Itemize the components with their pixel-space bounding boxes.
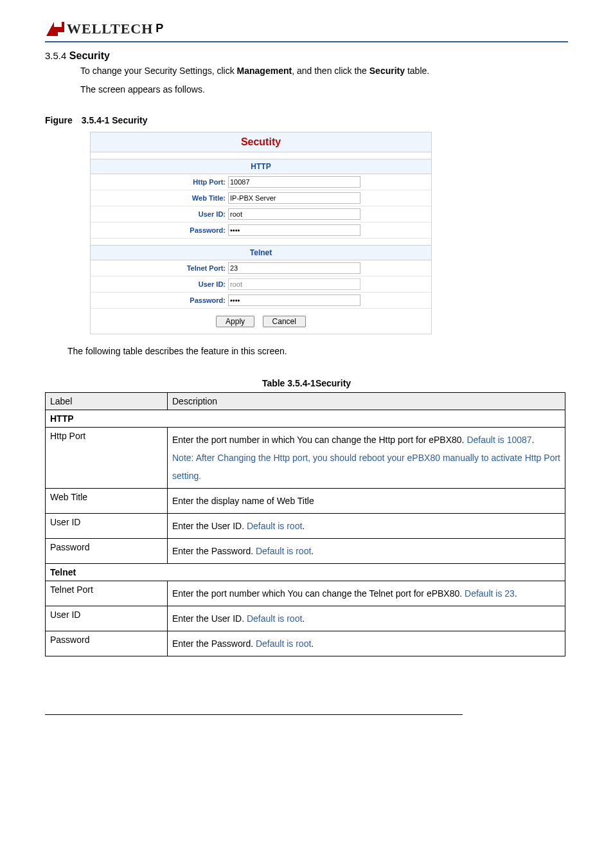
section-heading: 3.5.4 Security bbox=[45, 50, 568, 62]
http-port-row: Http Port: bbox=[91, 174, 431, 190]
tpwd-desc: Enter the Password. Default is root. bbox=[168, 631, 565, 656]
intro-text: table. bbox=[405, 66, 429, 76]
web-title-label: Web Title: bbox=[91, 194, 228, 202]
http-userid-input[interactable] bbox=[228, 208, 360, 220]
telnet-port-label: Telnet Port: bbox=[91, 264, 228, 272]
th-label: Label bbox=[46, 392, 168, 410]
userid-desc: Enter the User ID. Default is root. bbox=[168, 513, 565, 538]
text: Enter the port number which You can chan… bbox=[172, 588, 465, 599]
table-caption: Table 3.5.4-1Security bbox=[45, 378, 568, 388]
password-desc: Enter the Password. Default is root. bbox=[168, 538, 565, 563]
table-row: Telnet Port Enter the port number which … bbox=[46, 581, 565, 606]
table-row: User ID Enter the User ID. Default is ro… bbox=[46, 513, 565, 538]
text: . bbox=[311, 638, 314, 649]
text: . bbox=[302, 613, 305, 624]
http-port-input[interactable] bbox=[228, 176, 360, 188]
feature-table: Label Description HTTP Http Port Enter t… bbox=[45, 392, 565, 656]
default-text: Default is 23 bbox=[465, 588, 515, 599]
logo-row: WELLTECH P bbox=[45, 19, 568, 42]
httpport-label: Http Port bbox=[46, 427, 168, 488]
telnetport-label: Telnet Port bbox=[46, 581, 168, 606]
table-row: HTTP bbox=[46, 410, 565, 427]
table-header-row: Label Description bbox=[46, 392, 565, 410]
figure-caption: Figure3.5.4-1 Security bbox=[45, 115, 568, 125]
table-row: Http Port Enter the port number in which… bbox=[46, 427, 565, 488]
table-row: User ID Enter the User ID. Default is ro… bbox=[46, 606, 565, 631]
table-row: Web Title Enter the display name of Web … bbox=[46, 488, 565, 513]
text: . bbox=[311, 546, 314, 556]
text: . bbox=[302, 521, 305, 531]
intro-text: , and then click the bbox=[292, 66, 369, 76]
telnet-section-cell: Telnet bbox=[46, 563, 565, 581]
section-number: 3.5.4 bbox=[45, 50, 66, 61]
table-row: Password Enter the Password. Default is … bbox=[46, 631, 565, 656]
text: Enter the User ID. bbox=[172, 613, 247, 624]
default-text: Default is 10087 bbox=[466, 435, 531, 445]
telnetport-desc: Enter the port number which You can chan… bbox=[168, 581, 565, 606]
note-text: Note: After Changing the Http port, you … bbox=[172, 453, 560, 481]
intro-bold-2: Security bbox=[369, 66, 405, 76]
webtitle-desc: Enter the display name of Web Title bbox=[168, 488, 565, 513]
webtitle-label: Web Title bbox=[46, 488, 168, 513]
userid-label: User ID bbox=[46, 513, 168, 538]
http-section-header: HTTP bbox=[91, 159, 431, 174]
telnet-port-input[interactable] bbox=[228, 262, 360, 274]
figure-num-title: 3.5.4-1 Security bbox=[82, 115, 148, 125]
http-userid-label: User ID: bbox=[91, 210, 228, 218]
http-section-cell: HTTP bbox=[46, 410, 565, 427]
default-text: Default is root bbox=[247, 521, 302, 531]
cancel-button[interactable]: Cancel bbox=[263, 316, 306, 327]
section-title: Security bbox=[69, 50, 110, 61]
brand-text: WELLTECH bbox=[67, 21, 153, 37]
httpport-desc: Enter the port number in which You can c… bbox=[168, 427, 565, 488]
table-row: Password Enter the Password. Default is … bbox=[46, 538, 565, 563]
panel-title: Secutity bbox=[91, 132, 431, 152]
intro-text: To change your Security Settings, click bbox=[80, 66, 237, 76]
button-row: Apply Cancel bbox=[91, 309, 431, 334]
telnet-section-header: Telnet bbox=[91, 245, 431, 260]
telnet-password-row: Password: bbox=[91, 293, 431, 309]
text: Enter the port number in which You can c… bbox=[172, 435, 466, 445]
http-password-row: Password: bbox=[91, 222, 431, 239]
default-text: Default is root bbox=[256, 638, 311, 649]
telnet-password-label: Password: bbox=[91, 296, 228, 304]
footer-rule bbox=[45, 714, 463, 715]
table-intro: The following table describes the featur… bbox=[67, 346, 568, 356]
http-password-label: Password: bbox=[91, 226, 228, 234]
security-panel: Secutity HTTP Http Port: Web Title: User… bbox=[90, 132, 432, 334]
intro-paragraph: To change your Security Settings, click … bbox=[80, 62, 568, 100]
telnet-password-input[interactable] bbox=[228, 294, 360, 306]
web-title-input[interactable] bbox=[228, 192, 360, 204]
telnet-userid-row: User ID: bbox=[91, 276, 431, 293]
telnet-userid-label: User ID: bbox=[91, 280, 228, 288]
figure-word: Figure bbox=[45, 115, 73, 125]
default-text: Default is root bbox=[256, 546, 311, 556]
intro-bold-1: Management bbox=[237, 66, 292, 76]
telnet-port-row: Telnet Port: bbox=[91, 260, 431, 276]
text: Enter the Password. bbox=[172, 638, 256, 649]
text: . bbox=[515, 588, 517, 599]
http-password-input[interactable] bbox=[228, 224, 360, 236]
tuserid-label: User ID bbox=[46, 606, 168, 631]
text: . bbox=[532, 435, 535, 445]
tuserid-desc: Enter the User ID. Default is root. bbox=[168, 606, 565, 631]
table-row: Telnet bbox=[46, 563, 565, 581]
http-port-label: Http Port: bbox=[91, 178, 228, 186]
text: Enter the Password. bbox=[172, 546, 256, 556]
web-title-row: Web Title: bbox=[91, 190, 431, 206]
default-text: Default is root bbox=[247, 613, 302, 624]
apply-button[interactable]: Apply bbox=[216, 316, 254, 327]
intro-line-2: The screen appears as follows. bbox=[80, 84, 205, 95]
http-userid-row: User ID: bbox=[91, 206, 431, 222]
password-label: Password bbox=[46, 538, 168, 563]
telnet-userid-input[interactable] bbox=[228, 278, 360, 290]
th-description: Description bbox=[168, 392, 565, 410]
arrow-up-icon bbox=[45, 19, 66, 39]
text: Enter the User ID. bbox=[172, 521, 247, 531]
brand-suffix: P bbox=[155, 22, 163, 35]
tpwd-label: Password bbox=[46, 631, 168, 656]
